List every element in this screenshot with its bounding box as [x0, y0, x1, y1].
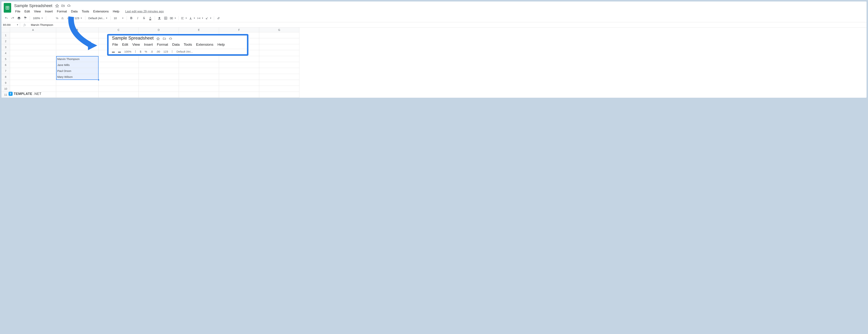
row-header[interactable]: 1: [1, 32, 10, 38]
column-header[interactable]: B: [56, 28, 98, 32]
more-formats-dropdown[interactable]: 123▼: [73, 15, 84, 21]
menu-file[interactable]: File: [13, 9, 22, 14]
borders-button[interactable]: [163, 15, 169, 21]
cell[interactable]: [10, 44, 56, 50]
cell[interactable]: [98, 68, 139, 74]
cell[interactable]: [10, 68, 56, 74]
cell[interactable]: [139, 74, 179, 80]
column-header[interactable]: G: [259, 28, 299, 32]
text-rotation-dropdown[interactable]: ▼: [205, 15, 212, 21]
bold-button[interactable]: B: [128, 15, 134, 21]
last-edit-link[interactable]: Last edit was 29 minutes ago: [125, 10, 164, 13]
cell[interactable]: [139, 80, 179, 86]
cell[interactable]: [179, 92, 219, 98]
select-all-corner[interactable]: [1, 28, 10, 32]
cell[interactable]: [219, 86, 259, 92]
cell[interactable]: [259, 44, 299, 50]
column-header[interactable]: E: [179, 28, 219, 32]
cell[interactable]: [139, 68, 179, 74]
menu-view[interactable]: View: [32, 9, 43, 14]
column-header[interactable]: A: [10, 28, 56, 32]
cell[interactable]: [259, 68, 299, 74]
row-header[interactable]: 4: [1, 50, 10, 56]
print-button[interactable]: [16, 15, 22, 21]
cell[interactable]: [259, 38, 299, 44]
sheets-logo-icon[interactable]: [4, 3, 11, 13]
horizontal-align-dropdown[interactable]: ▼: [180, 15, 188, 21]
cell[interactable]: [259, 56, 299, 62]
cell[interactable]: [98, 86, 139, 92]
cell[interactable]: [179, 74, 219, 80]
menu-extensions[interactable]: Extensions: [91, 9, 111, 14]
cell[interactable]: [179, 68, 219, 74]
zoom-dropdown[interactable]: 100%▼: [31, 15, 44, 21]
cell[interactable]: [98, 92, 139, 98]
column-header[interactable]: D: [139, 28, 179, 32]
cell[interactable]: [259, 74, 299, 80]
row-header[interactable]: 8: [1, 74, 10, 80]
text-wrap-dropdown[interactable]: ▼: [196, 15, 204, 21]
font-size-dropdown[interactable]: 10▼: [112, 15, 125, 21]
cell[interactable]: [179, 80, 219, 86]
cell[interactable]: [98, 74, 139, 80]
cell[interactable]: [219, 62, 259, 68]
cell[interactable]: [259, 92, 299, 98]
cell[interactable]: [219, 56, 259, 62]
cell[interactable]: [10, 74, 56, 80]
cell[interactable]: [56, 80, 98, 86]
menu-edit[interactable]: Edit: [23, 9, 32, 14]
column-header[interactable]: C: [98, 28, 139, 32]
menu-tools[interactable]: Tools: [80, 9, 91, 14]
cell[interactable]: [10, 56, 56, 62]
cell[interactable]: [259, 32, 299, 38]
cell[interactable]: [10, 50, 56, 56]
cell-b7[interactable]: Paul Orson: [56, 68, 98, 74]
cell[interactable]: [56, 50, 98, 56]
cell[interactable]: [179, 62, 219, 68]
cell[interactable]: [56, 32, 98, 38]
cell[interactable]: [10, 38, 56, 44]
vertical-align-dropdown[interactable]: ▼: [188, 15, 196, 21]
cell[interactable]: [139, 62, 179, 68]
cell[interactable]: [259, 80, 299, 86]
undo-button[interactable]: [3, 15, 9, 21]
name-box[interactable]: B5:B8 ▼: [1, 22, 20, 27]
cell-b8[interactable]: Mary Wilson: [56, 74, 98, 80]
text-color-button[interactable]: A: [147, 15, 153, 21]
cell-b6[interactable]: Jane Mills: [56, 62, 98, 68]
cell[interactable]: [219, 74, 259, 80]
cell[interactable]: [219, 80, 259, 86]
cell[interactable]: [56, 92, 98, 98]
cell[interactable]: [259, 62, 299, 68]
cell[interactable]: [139, 56, 179, 62]
cell[interactable]: [10, 62, 56, 68]
italic-button[interactable]: I: [135, 15, 141, 21]
star-icon[interactable]: [55, 4, 59, 8]
row-header[interactable]: 7: [1, 68, 10, 74]
font-dropdown[interactable]: Default (Ari...▼: [87, 15, 109, 21]
cell[interactable]: [56, 38, 98, 44]
document-title[interactable]: Sample Spreadsheet: [13, 3, 53, 8]
menu-help[interactable]: Help: [111, 9, 121, 14]
cell[interactable]: [259, 86, 299, 92]
row-header[interactable]: 10: [1, 86, 10, 92]
cell[interactable]: [10, 80, 56, 86]
cell[interactable]: [219, 68, 259, 74]
cell[interactable]: [10, 86, 56, 92]
menu-format[interactable]: Format: [55, 9, 69, 14]
decrease-decimal-button[interactable]: .0↓: [60, 15, 65, 21]
cell[interactable]: [219, 92, 259, 98]
cell[interactable]: [179, 56, 219, 62]
paint-format-button[interactable]: [22, 15, 28, 21]
insert-link-button[interactable]: [216, 15, 221, 21]
increase-decimal-button[interactable]: .00↑: [66, 15, 73, 21]
merge-cells-dropdown[interactable]: ▼: [169, 15, 177, 21]
cell[interactable]: [56, 86, 98, 92]
row-header[interactable]: 3: [1, 44, 10, 50]
cell[interactable]: [98, 80, 139, 86]
fill-color-button[interactable]: [156, 15, 162, 21]
selection-handle[interactable]: [98, 79, 99, 80]
formula-bar[interactable]: Marvin Thompson: [29, 23, 867, 26]
cell[interactable]: [56, 44, 98, 50]
cell[interactable]: [98, 56, 139, 62]
